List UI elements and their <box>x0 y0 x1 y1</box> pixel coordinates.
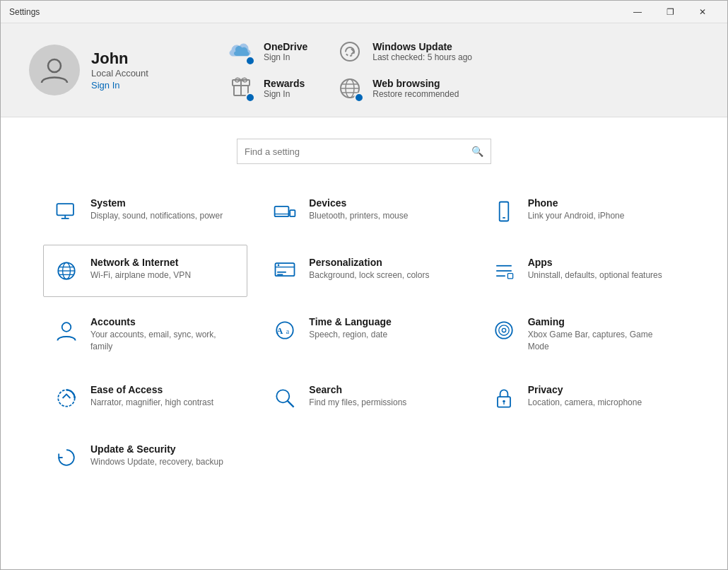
settings-item-update[interactable]: Update & Security Windows Update, recove… <box>43 431 247 484</box>
search-input[interactable] <box>245 146 471 157</box>
close-button[interactable]: ✕ <box>686 1 719 23</box>
webbrowsing-service[interactable]: Web browsing Restore recommended <box>336 74 472 103</box>
privacy-sub: Location, camera, microphone <box>528 397 642 409</box>
sign-in-link[interactable]: Sign In <box>91 80 119 91</box>
winupdate-service[interactable]: Windows Update Last checked: 5 hours ago <box>336 37 472 66</box>
header-services: OneDrive Sign In Rewards <box>227 37 699 103</box>
settings-item-gaming[interactable]: Gaming Xbox Game Bar, captures, Game Mod… <box>481 304 685 365</box>
svg-point-32 <box>62 322 71 332</box>
rewards-icon-wrap <box>227 74 255 103</box>
accounts-text: Accounts Your accounts, email, sync, wor… <box>90 316 238 353</box>
privacy-title: Privacy <box>528 384 642 395</box>
rewards-sub: Sign In <box>264 89 305 99</box>
onedrive-badge <box>245 56 255 66</box>
rewards-name: Rewards <box>264 78 305 89</box>
winupdate-icon <box>336 37 364 66</box>
rewards-service[interactable]: Rewards Sign In <box>227 74 307 103</box>
svg-point-40 <box>277 390 290 402</box>
privacy-text: Privacy Location, camera, microphone <box>528 384 642 409</box>
ease-sub: Narrator, magnifier, high contrast <box>90 397 213 409</box>
svg-rect-31 <box>507 274 512 279</box>
search-bar-wrap: 🔍 <box>43 139 685 164</box>
apps-text: Apps Uninstall, defaults, optional featu… <box>528 257 662 281</box>
settings-item-accounts[interactable]: Accounts Your accounts, email, sync, wor… <box>43 304 247 365</box>
service-group-left: OneDrive Sign In Rewards <box>227 37 307 103</box>
personalization-icon <box>271 257 299 285</box>
person-icon <box>39 54 70 86</box>
maximize-button[interactable]: ❐ <box>654 1 686 23</box>
accounts-title: Accounts <box>90 316 238 327</box>
settings-item-phone[interactable]: Phone Link your Android, iPhone <box>481 185 685 238</box>
webbrowsing-text: Web browsing Restore recommended <box>372 78 459 99</box>
network-text: Network & Internet Wi-Fi, airplane mode,… <box>90 257 191 281</box>
window-controls: — ❐ ✕ <box>621 1 719 23</box>
svg-line-41 <box>288 400 294 407</box>
app-title: Settings <box>9 7 621 17</box>
settings-item-system[interactable]: System Display, sound, notifications, po… <box>43 185 247 238</box>
gaming-title: Gaming <box>528 316 676 327</box>
personalization-text: Personalization Background, lock screen,… <box>309 257 429 281</box>
phone-icon <box>490 197 518 226</box>
svg-rect-14 <box>290 210 295 216</box>
onedrive-service[interactable]: OneDrive Sign In <box>227 37 307 66</box>
service-group-right: Windows Update Last checked: 5 hours ago <box>336 37 472 103</box>
winupdate-name: Windows Update <box>372 41 472 52</box>
onedrive-sub: Sign In <box>264 52 307 62</box>
search-icon: 🔍 <box>471 146 483 157</box>
time-icon: Aa <box>271 316 299 344</box>
onedrive-text: OneDrive Sign In <box>264 41 307 62</box>
update-title: Update & Security <box>90 443 223 455</box>
svg-text:A: A <box>277 326 283 336</box>
accounts-icon <box>52 316 81 344</box>
devices-sub: Bluetooth, printers, mouse <box>309 210 408 222</box>
webbrowsing-name: Web browsing <box>372 78 459 89</box>
time-sub: Speech, region, date <box>309 329 391 341</box>
network-title: Network & Internet <box>90 257 191 268</box>
ease-icon <box>52 384 81 412</box>
settings-item-search[interactable]: Search Find my files, permissions <box>262 372 466 424</box>
accounts-sub: Your accounts, email, sync, work, family <box>90 329 238 353</box>
account-type: Local Account <box>91 68 148 78</box>
settings-item-time[interactable]: Aa Time & Language Speech, region, date <box>262 304 466 365</box>
settings-item-devices[interactable]: Devices Bluetooth, printers, mouse <box>262 185 466 238</box>
profile-info: John Local Account Sign In <box>91 50 148 91</box>
settings-item-privacy[interactable]: Privacy Location, camera, microphone <box>481 372 685 424</box>
privacy-icon <box>490 384 518 412</box>
minimize-button[interactable]: — <box>621 1 654 23</box>
svg-text:a: a <box>286 327 290 335</box>
svg-rect-13 <box>275 207 289 216</box>
apps-title: Apps <box>528 257 662 268</box>
update-text: Update & Security Windows Update, recove… <box>90 443 223 468</box>
settings-item-network[interactable]: Network & Internet Wi-Fi, airplane mode,… <box>43 245 247 297</box>
gaming-icon <box>490 316 518 344</box>
webbrowsing-icon-wrap <box>336 74 364 103</box>
ease-text: Ease of Access Narrator, magnifier, high… <box>90 384 213 409</box>
settings-item-ease[interactable]: Ease of Access Narrator, magnifier, high… <box>43 372 247 424</box>
system-sub: Display, sound, notifications, power <box>90 210 223 222</box>
settings-item-personalization[interactable]: Personalization Background, lock screen,… <box>262 245 466 297</box>
rewards-badge <box>245 93 255 103</box>
search-bar[interactable]: 🔍 <box>237 139 491 164</box>
network-icon <box>52 257 81 285</box>
onedrive-icon-wrap <box>227 37 255 66</box>
svg-point-0 <box>48 59 61 72</box>
update-sub: Windows Update, recovery, backup <box>90 456 223 468</box>
search-title: Search <box>309 384 406 395</box>
svg-point-37 <box>498 325 508 335</box>
settings-grid: System Display, sound, notifications, po… <box>43 185 685 484</box>
apps-icon <box>490 257 518 285</box>
header: John Local Account Sign In OneDrive Sign… <box>1 23 727 117</box>
devices-title: Devices <box>309 197 408 209</box>
svg-point-43 <box>503 400 505 402</box>
gaming-text: Gaming Xbox Game Bar, captures, Game Mod… <box>528 316 676 353</box>
apps-sub: Uninstall, defaults, optional features <box>528 269 662 281</box>
devices-icon <box>271 197 299 226</box>
winupdate-sub: Last checked: 5 hours ago <box>372 52 472 62</box>
settings-item-apps[interactable]: Apps Uninstall, defaults, optional featu… <box>481 245 685 297</box>
ease-title: Ease of Access <box>90 384 213 395</box>
system-text: System Display, sound, notifications, po… <box>90 197 223 222</box>
title-bar: Settings — ❐ ✕ <box>1 1 727 23</box>
onedrive-name: OneDrive <box>264 41 307 52</box>
svg-point-36 <box>495 322 512 338</box>
system-title: System <box>90 197 223 209</box>
